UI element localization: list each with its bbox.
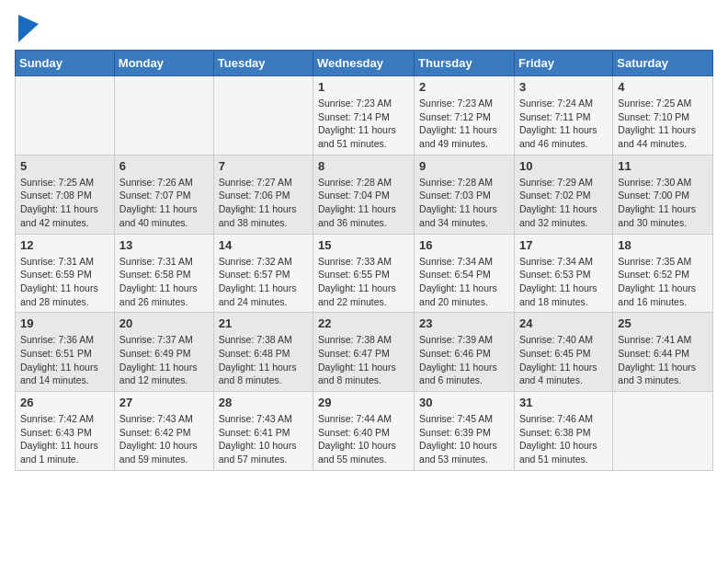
- day-number: 23: [419, 316, 509, 330]
- cell-content: Sunrise: 7:29 AMSunset: 7:02 PMDaylight:…: [519, 176, 608, 230]
- day-number: 22: [318, 316, 409, 330]
- calendar-week-5: 26Sunrise: 7:42 AMSunset: 6:43 PMDayligh…: [16, 392, 713, 471]
- calendar-cell: 31Sunrise: 7:46 AMSunset: 6:38 PMDayligh…: [514, 392, 612, 471]
- header-cell-wednesday: Wednesday: [313, 51, 415, 76]
- day-number: 28: [219, 396, 308, 409]
- cell-content: Sunrise: 7:31 AMSunset: 6:58 PMDaylight:…: [119, 255, 209, 309]
- calendar-header-row: SundayMondayTuesdayWednesdayThursdayFrid…: [16, 51, 713, 76]
- day-number: 5: [20, 159, 109, 173]
- calendar-cell: 12Sunrise: 7:31 AMSunset: 6:59 PMDayligh…: [16, 234, 115, 313]
- header-cell-friday: Friday: [514, 51, 612, 76]
- calendar-cell: 27Sunrise: 7:43 AMSunset: 6:42 PMDayligh…: [114, 392, 213, 471]
- calendar-cell: 22Sunrise: 7:38 AMSunset: 6:47 PMDayligh…: [313, 313, 415, 392]
- calendar-cell: 29Sunrise: 7:44 AMSunset: 6:40 PMDayligh…: [313, 392, 415, 471]
- day-number: 7: [219, 159, 308, 173]
- svg-marker-0: [18, 15, 39, 42]
- day-number: 17: [519, 238, 608, 252]
- calendar-cell: 26Sunrise: 7:42 AMSunset: 6:43 PMDayligh…: [16, 392, 115, 471]
- cell-content: Sunrise: 7:33 AMSunset: 6:55 PMDaylight:…: [318, 255, 409, 309]
- cell-content: Sunrise: 7:41 AMSunset: 6:44 PMDaylight:…: [618, 333, 708, 387]
- calendar-cell: 8Sunrise: 7:28 AMSunset: 7:04 PMDaylight…: [313, 155, 415, 234]
- cell-content: Sunrise: 7:43 AMSunset: 6:41 PMDaylight:…: [219, 412, 308, 466]
- calendar-cell: 23Sunrise: 7:39 AMSunset: 6:46 PMDayligh…: [415, 313, 515, 392]
- calendar-cell: 5Sunrise: 7:25 AMSunset: 7:08 PMDaylight…: [16, 155, 115, 234]
- calendar-cell: 30Sunrise: 7:45 AMSunset: 6:39 PMDayligh…: [415, 392, 515, 471]
- cell-content: Sunrise: 7:43 AMSunset: 6:42 PMDaylight:…: [119, 412, 209, 466]
- day-number: 25: [618, 316, 708, 330]
- calendar-week-4: 19Sunrise: 7:36 AMSunset: 6:51 PMDayligh…: [16, 313, 713, 392]
- calendar-cell: 3Sunrise: 7:24 AMSunset: 7:11 PMDaylight…: [514, 76, 612, 155]
- header-cell-thursday: Thursday: [415, 51, 515, 76]
- day-number: 31: [519, 396, 608, 409]
- day-number: 18: [618, 238, 708, 252]
- day-number: 12: [20, 238, 109, 252]
- calendar-cell: 10Sunrise: 7:29 AMSunset: 7:02 PMDayligh…: [514, 155, 612, 234]
- header-cell-tuesday: Tuesday: [213, 51, 313, 76]
- day-number: 24: [519, 316, 608, 330]
- header-cell-monday: Monday: [114, 51, 213, 76]
- page-header: [15, 15, 713, 40]
- day-number: 14: [219, 238, 308, 252]
- calendar-cell: 18Sunrise: 7:35 AMSunset: 6:52 PMDayligh…: [613, 234, 713, 313]
- cell-content: Sunrise: 7:44 AMSunset: 6:40 PMDaylight:…: [318, 412, 409, 466]
- day-number: 13: [119, 238, 209, 252]
- cell-content: Sunrise: 7:25 AMSunset: 7:08 PMDaylight:…: [20, 176, 109, 230]
- day-number: 2: [419, 80, 509, 94]
- calendar-cell: 21Sunrise: 7:38 AMSunset: 6:48 PMDayligh…: [213, 313, 313, 392]
- calendar-cell: 15Sunrise: 7:33 AMSunset: 6:55 PMDayligh…: [313, 234, 415, 313]
- calendar-cell: 17Sunrise: 7:34 AMSunset: 6:53 PMDayligh…: [514, 234, 612, 313]
- cell-content: Sunrise: 7:40 AMSunset: 6:45 PMDaylight:…: [519, 333, 608, 387]
- calendar-week-1: 1Sunrise: 7:23 AMSunset: 7:14 PMDaylight…: [16, 76, 713, 155]
- header-cell-sunday: Sunday: [16, 51, 115, 76]
- calendar-cell: 20Sunrise: 7:37 AMSunset: 6:49 PMDayligh…: [114, 313, 213, 392]
- day-number: 15: [318, 238, 409, 252]
- calendar-cell: 25Sunrise: 7:41 AMSunset: 6:44 PMDayligh…: [613, 313, 713, 392]
- header-cell-saturday: Saturday: [613, 51, 713, 76]
- cell-content: Sunrise: 7:38 AMSunset: 6:48 PMDaylight:…: [219, 333, 308, 387]
- calendar-week-2: 5Sunrise: 7:25 AMSunset: 7:08 PMDaylight…: [16, 155, 713, 234]
- cell-content: Sunrise: 7:34 AMSunset: 6:54 PMDaylight:…: [419, 255, 509, 309]
- cell-content: Sunrise: 7:25 AMSunset: 7:10 PMDaylight:…: [618, 97, 708, 151]
- day-number: 26: [20, 396, 109, 409]
- cell-content: Sunrise: 7:24 AMSunset: 7:11 PMDaylight:…: [519, 97, 608, 151]
- calendar-cell: [613, 392, 713, 471]
- day-number: 30: [419, 396, 509, 409]
- day-number: 10: [519, 159, 608, 173]
- calendar-table: SundayMondayTuesdayWednesdayThursdayFrid…: [15, 50, 713, 471]
- cell-content: Sunrise: 7:39 AMSunset: 6:46 PMDaylight:…: [419, 333, 509, 387]
- calendar-cell: [16, 76, 115, 155]
- calendar-cell: 6Sunrise: 7:26 AMSunset: 7:07 PMDaylight…: [114, 155, 213, 234]
- cell-content: Sunrise: 7:23 AMSunset: 7:12 PMDaylight:…: [419, 97, 509, 151]
- cell-content: Sunrise: 7:35 AMSunset: 6:52 PMDaylight:…: [618, 255, 708, 309]
- cell-content: Sunrise: 7:27 AMSunset: 7:06 PMDaylight:…: [219, 176, 308, 230]
- cell-content: Sunrise: 7:45 AMSunset: 6:39 PMDaylight:…: [419, 412, 509, 466]
- calendar-cell: 19Sunrise: 7:36 AMSunset: 6:51 PMDayligh…: [16, 313, 115, 392]
- day-number: 8: [318, 159, 409, 173]
- cell-content: Sunrise: 7:26 AMSunset: 7:07 PMDaylight:…: [119, 176, 209, 230]
- calendar-cell: 13Sunrise: 7:31 AMSunset: 6:58 PMDayligh…: [114, 234, 213, 313]
- cell-content: Sunrise: 7:34 AMSunset: 6:53 PMDaylight:…: [519, 255, 608, 309]
- cell-content: Sunrise: 7:38 AMSunset: 6:47 PMDaylight:…: [318, 333, 409, 387]
- cell-content: Sunrise: 7:32 AMSunset: 6:57 PMDaylight:…: [219, 255, 308, 309]
- cell-content: Sunrise: 7:42 AMSunset: 6:43 PMDaylight:…: [20, 412, 109, 466]
- calendar-body: 1Sunrise: 7:23 AMSunset: 7:14 PMDaylight…: [16, 76, 713, 471]
- calendar-cell: 1Sunrise: 7:23 AMSunset: 7:14 PMDaylight…: [313, 76, 415, 155]
- logo-icon: [18, 15, 37, 40]
- calendar-week-3: 12Sunrise: 7:31 AMSunset: 6:59 PMDayligh…: [16, 234, 713, 313]
- day-number: 29: [318, 396, 409, 409]
- day-number: 4: [618, 80, 708, 94]
- cell-content: Sunrise: 7:46 AMSunset: 6:38 PMDaylight:…: [519, 412, 608, 466]
- calendar-cell: 11Sunrise: 7:30 AMSunset: 7:00 PMDayligh…: [613, 155, 713, 234]
- calendar-cell: 7Sunrise: 7:27 AMSunset: 7:06 PMDaylight…: [213, 155, 313, 234]
- cell-content: Sunrise: 7:30 AMSunset: 7:00 PMDaylight:…: [618, 176, 708, 230]
- cell-content: Sunrise: 7:36 AMSunset: 6:51 PMDaylight:…: [20, 333, 109, 387]
- logo: [15, 15, 37, 40]
- calendar-cell: 24Sunrise: 7:40 AMSunset: 6:45 PMDayligh…: [514, 313, 612, 392]
- calendar-cell: 16Sunrise: 7:34 AMSunset: 6:54 PMDayligh…: [415, 234, 515, 313]
- day-number: 6: [119, 159, 209, 173]
- day-number: 19: [20, 316, 109, 330]
- calendar-cell: [213, 76, 313, 155]
- calendar-cell: [114, 76, 213, 155]
- cell-content: Sunrise: 7:28 AMSunset: 7:03 PMDaylight:…: [419, 176, 509, 230]
- day-number: 16: [419, 238, 509, 252]
